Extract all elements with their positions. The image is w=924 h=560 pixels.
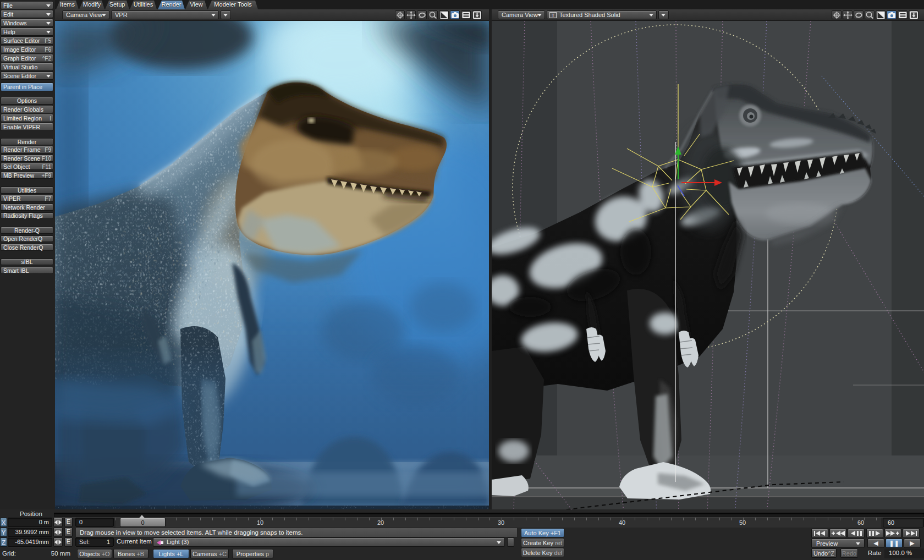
- svg-text:T: T: [552, 13, 555, 18]
